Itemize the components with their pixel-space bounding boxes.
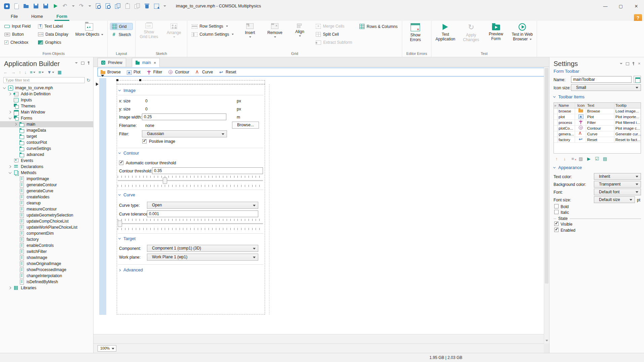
twisty-icon[interactable] bbox=[14, 225, 18, 229]
twisty-icon[interactable] bbox=[14, 134, 18, 138]
test-in-web-browser-button[interactable]: Test in Web Browser bbox=[510, 22, 534, 42]
twisty-icon[interactable] bbox=[14, 280, 18, 284]
tree-item-Main Window[interactable]: Main Window bbox=[0, 109, 93, 115]
select-objects-icon[interactable] bbox=[154, 3, 160, 9]
tree-item-updateWorkPlaneChoiceList[interactable]: updateWorkPlaneChoiceList bbox=[0, 224, 93, 230]
preview-doc-icon[interactable] bbox=[95, 3, 101, 9]
tree-item-Themes[interactable]: Themes bbox=[0, 103, 93, 109]
tab-file[interactable]: File bbox=[9, 13, 20, 21]
twisty-icon[interactable] bbox=[14, 250, 18, 254]
col-text[interactable]: Text bbox=[586, 103, 614, 108]
delete-icon[interactable] bbox=[144, 3, 150, 9]
work-plane-select[interactable]: Work Plane 1 (wp1) bbox=[147, 254, 258, 261]
save-icon[interactable] bbox=[33, 3, 39, 9]
curve-tolerance-input[interactable]: 0.001 bbox=[147, 210, 258, 217]
tree-item-cleanup[interactable]: cleanup bbox=[0, 200, 93, 206]
tree-item-showOriginalImage[interactable]: showOriginalImage bbox=[0, 261, 93, 267]
scroll-down-icon[interactable] bbox=[545, 340, 548, 341]
rename-form-button[interactable] bbox=[634, 76, 641, 83]
browse-file-button[interactable]: Browse... bbox=[232, 122, 259, 129]
curve-type-select[interactable]: Open bbox=[147, 202, 258, 209]
image-width-input[interactable]: 0.25 bbox=[142, 113, 226, 120]
model-manager-button[interactable]: ▦ bbox=[58, 70, 62, 75]
tree-item-updateGeometrySelection[interactable]: updateGeometrySelection bbox=[0, 212, 93, 218]
bold-checkbox[interactable] bbox=[554, 204, 559, 208]
sketch-mode-button[interactable]: Sketch bbox=[110, 32, 133, 38]
close-button[interactable]: ✕ bbox=[629, 0, 644, 12]
toolbar-item-row-Contour[interactable]: plotCo... Contour Plot image c... bbox=[554, 126, 641, 131]
section-advanced[interactable]: Advanced bbox=[119, 267, 143, 272]
reset-button[interactable]: Reset bbox=[219, 70, 236, 74]
align-button[interactable]: Align bbox=[289, 22, 310, 37]
forward-button[interactable]: → bbox=[11, 70, 15, 75]
twisty-icon[interactable] bbox=[14, 128, 18, 132]
browse-button[interactable]: Browse bbox=[101, 70, 121, 74]
tree-item-showImage[interactable]: showImage bbox=[0, 255, 93, 261]
filter-input[interactable] bbox=[3, 77, 85, 83]
col-tooltip[interactable]: Tooltip bbox=[614, 103, 641, 108]
collapse-all-button[interactable]: ≡ bbox=[39, 70, 44, 75]
twisty-icon[interactable] bbox=[8, 92, 13, 96]
curve-tolerance-slider[interactable] bbox=[118, 223, 263, 224]
tree-item-measureContour[interactable]: measureContour bbox=[0, 206, 93, 212]
toolbar-item-row-Browse[interactable]: browse Browse Load image... bbox=[554, 108, 641, 114]
section-toolbar-items[interactable]: Toolbar Items bbox=[554, 94, 584, 99]
insert-button[interactable]: Insert bbox=[239, 22, 260, 38]
twisty-icon[interactable] bbox=[14, 213, 18, 217]
tree-item-curveSettings[interactable]: curveSettings bbox=[0, 145, 93, 152]
column-marker-icon[interactable] bbox=[101, 75, 104, 77]
form-toolbar[interactable]: BrowsePlotFilterContourCurveReset bbox=[98, 68, 544, 76]
font-select[interactable]: Default font bbox=[594, 189, 641, 195]
scrollbar-thumb[interactable] bbox=[545, 68, 548, 284]
background-color-select[interactable]: Transparent bbox=[594, 181, 641, 188]
settings-pin-icon[interactable] bbox=[632, 62, 635, 66]
view-code-icon[interactable] bbox=[105, 3, 111, 9]
move-down-button[interactable]: ↓ bbox=[25, 70, 27, 75]
plot-button[interactable]: Plot bbox=[127, 70, 141, 74]
twisty-icon[interactable] bbox=[14, 122, 18, 126]
tree-item-Inputs[interactable]: Inputs bbox=[0, 97, 93, 103]
add-checkbox-icon[interactable]: ☑ bbox=[594, 156, 600, 162]
add-toggle-icon[interactable]: ▶ bbox=[586, 156, 592, 162]
show-errors-button[interactable]: Show Errors bbox=[405, 22, 426, 43]
positive-image-checkbox[interactable] bbox=[142, 139, 147, 143]
filter-button[interactable]: Filter bbox=[147, 70, 162, 74]
move-up-button[interactable]: ↑ bbox=[19, 70, 21, 75]
minimize-button[interactable]: — bbox=[598, 0, 613, 12]
twisty-icon[interactable] bbox=[14, 243, 18, 248]
copy-icon[interactable] bbox=[115, 3, 121, 9]
tree-item-main[interactable]: main bbox=[0, 121, 93, 127]
new-file-icon[interactable] bbox=[13, 3, 20, 9]
settings-float-icon[interactable] bbox=[626, 62, 629, 66]
paste-icon[interactable] bbox=[124, 3, 130, 9]
twisty-icon[interactable] bbox=[14, 237, 18, 241]
filter-button[interactable]: ▼ bbox=[47, 70, 54, 75]
twisty-icon[interactable] bbox=[14, 195, 18, 199]
settings-menu-icon[interactable] bbox=[619, 62, 623, 66]
panel-pin-icon[interactable] bbox=[87, 61, 90, 65]
section-image[interactable]: Image bbox=[119, 88, 136, 93]
selection-handle[interactable] bbox=[116, 79, 118, 81]
arrange-button[interactable]: Arrange bbox=[163, 22, 184, 38]
col-name[interactable]: Name bbox=[558, 103, 575, 108]
toolbar-item-row-Filter[interactable]: process Filter Plot filtered i... bbox=[554, 120, 641, 126]
zoom-select[interactable]: 100% bbox=[98, 345, 116, 352]
text-label-button[interactable]: Text Label bbox=[36, 23, 70, 29]
undo-menu-icon[interactable] bbox=[72, 3, 75, 9]
twisty-icon[interactable] bbox=[8, 286, 13, 290]
tab-home[interactable]: Home bbox=[29, 13, 45, 21]
vertical-scrollbar[interactable] bbox=[544, 67, 549, 343]
tree-item-enableControls[interactable]: enableControls bbox=[0, 242, 93, 249]
redo-menu-icon[interactable] bbox=[88, 3, 91, 9]
slider-thumb[interactable] bbox=[118, 221, 122, 227]
twisty-icon[interactable] bbox=[8, 165, 13, 169]
button-button[interactable]: Button bbox=[3, 31, 32, 37]
twisty-icon[interactable] bbox=[14, 262, 18, 266]
tree-item-Declarations[interactable]: Declarations bbox=[0, 164, 93, 170]
twisty-icon[interactable] bbox=[8, 110, 13, 114]
selection-handle[interactable] bbox=[139, 79, 141, 81]
row-marker-icon[interactable] bbox=[96, 83, 99, 86]
apply-changes-button[interactable]: Apply Changes bbox=[461, 22, 482, 43]
section-target[interactable]: Target bbox=[119, 236, 136, 241]
tree-item-showProcessedImage[interactable]: showProcessedImage bbox=[0, 267, 93, 273]
